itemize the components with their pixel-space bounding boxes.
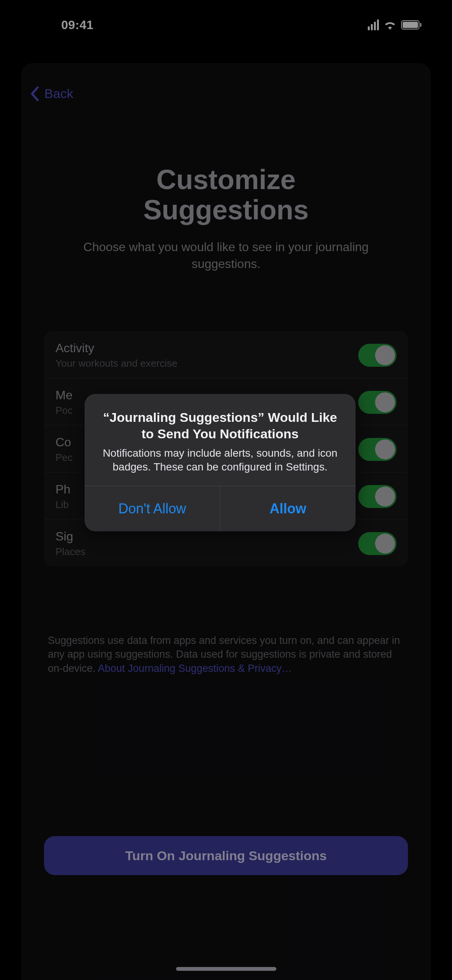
home-indicator[interactable] bbox=[176, 967, 276, 971]
dont-allow-button[interactable]: Don't Allow bbox=[85, 486, 220, 531]
alert-title: “Journaling Suggestions” Would Like to S… bbox=[101, 409, 339, 442]
allow-button[interactable]: Allow bbox=[220, 486, 356, 531]
notification-permission-alert: “Journaling Suggestions” Would Like to S… bbox=[85, 394, 356, 531]
screen: 09:41 Back Customize Suggestions bbox=[0, 0, 452, 980]
alert-body: Notifications may include alerts, sounds… bbox=[101, 446, 339, 474]
